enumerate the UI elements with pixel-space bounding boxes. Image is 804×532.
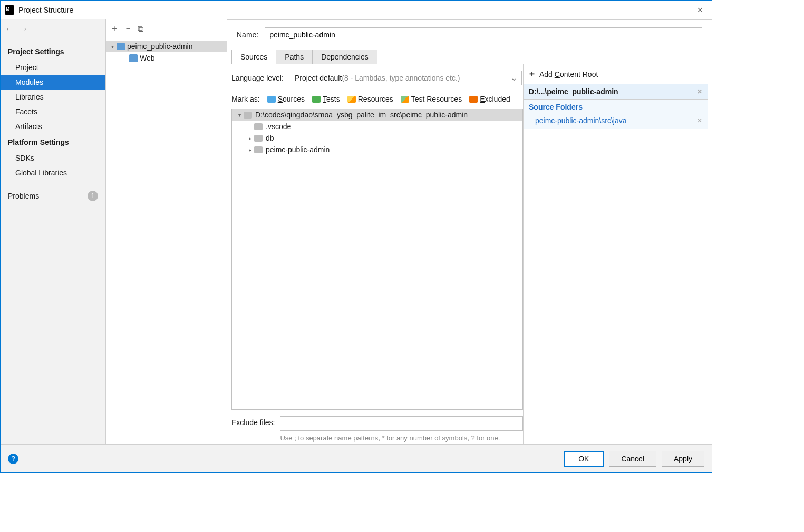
exclude-files-label: Exclude files: [231, 416, 275, 427]
window-title: Project Structure [18, 6, 693, 14]
plus-icon: ＋ [528, 68, 536, 80]
module-tree-panel: ＋ － ⧉ ▾ peimc_public-admin ▾ Web [106, 19, 227, 444]
sources-icon [267, 96, 276, 103]
copy-module-icon[interactable]: ⧉ [138, 24, 143, 34]
excluded-icon [469, 96, 478, 103]
folder-db[interactable]: ▸ db [232, 132, 522, 144]
sidebar-item-libraries[interactable]: Libraries [1, 90, 105, 104]
remove-module-icon[interactable]: － [124, 23, 132, 34]
web-icon [129, 54, 138, 62]
sidebar-item-sdks[interactable]: SDKs [1, 151, 105, 165]
tab-paths[interactable]: Paths [276, 50, 313, 64]
sidebar-item-project[interactable]: Project [1, 60, 105, 75]
add-module-icon[interactable]: ＋ [110, 23, 119, 34]
folder-peimc-public-admin[interactable]: ▸ peimc-public-admin [232, 144, 522, 155]
mark-tests-button[interactable]: Tests [312, 95, 340, 103]
test-resources-icon [401, 96, 409, 103]
problems-label: Problems [8, 192, 88, 200]
source-folders-header: Source Folders [524, 100, 708, 114]
apply-button[interactable]: Apply [662, 451, 704, 467]
add-content-root-button[interactable]: ＋ Add Content Root [524, 64, 708, 84]
sidebar-item-artifacts[interactable]: Artifacts [1, 119, 105, 134]
module-icon [117, 43, 125, 50]
folder-icon [244, 112, 252, 119]
resources-icon [347, 96, 356, 103]
nav-forward-icon[interactable]: → [18, 24, 28, 35]
sidebar-item-facets[interactable]: Facets [1, 104, 105, 119]
chevron-right-icon[interactable]: ▸ [246, 147, 254, 153]
remove-content-root-icon[interactable]: ✕ [697, 88, 702, 95]
exclude-files-hint: Use ; to separate name patterns, * for a… [280, 431, 523, 442]
help-icon[interactable]: ? [8, 454, 18, 464]
module-name: peimc_public-admin [127, 42, 193, 51]
tab-dependencies[interactable]: Dependencies [312, 50, 377, 64]
folder-icon [254, 146, 263, 153]
language-level-select[interactable]: Project default (8 - Lambdas, type annot… [290, 71, 522, 85]
sidebar-item-modules[interactable]: Modules [1, 75, 105, 90]
exclude-files-input[interactable] [280, 416, 523, 431]
nav-back-icon[interactable]: ← [5, 24, 14, 35]
close-icon[interactable]: ✕ [693, 4, 708, 16]
module-root[interactable]: ▾ peimc_public-admin [106, 41, 227, 52]
section-project-settings: Project Settings [1, 43, 105, 60]
sidebar-item-global-libraries[interactable]: Global Libraries [1, 165, 105, 180]
mark-test-resources-button[interactable]: Test Resources [401, 95, 462, 103]
chevron-down-icon[interactable]: ▾ [235, 112, 244, 118]
content-root-item[interactable]: D:\...\peimc_public-admin ✕ [524, 84, 708, 100]
folder-icon [254, 123, 263, 130]
tests-icon [312, 96, 321, 103]
remove-source-folder-icon[interactable]: ✕ [697, 117, 702, 124]
chevron-right-icon[interactable]: ▸ [246, 135, 254, 141]
chevron-down-icon[interactable]: ▾ [108, 44, 117, 50]
section-platform-settings: Platform Settings [1, 134, 105, 151]
tab-sources[interactable]: Sources [231, 50, 276, 64]
cancel-button[interactable]: Cancel [609, 451, 656, 467]
source-folder-item[interactable]: peimc-public-admin\src\java ✕ [524, 114, 708, 129]
module-facet-web[interactable]: ▾ Web [106, 52, 227, 64]
folder-root[interactable]: ▾ D:\codes\qingdao\smoa_ysbg_palite_im_s… [232, 109, 522, 121]
mark-sources-button[interactable]: Sources [267, 95, 305, 103]
source-folder-tree[interactable]: ▾ D:\codes\qingdao\smoa_ysbg_palite_im_s… [231, 109, 523, 410]
app-icon [5, 5, 14, 15]
folder-vscode[interactable]: ▸ .vscode [232, 121, 522, 132]
sidebar: ← → Project Settings Project Modules Lib… [1, 19, 106, 444]
facet-name: Web [140, 54, 155, 62]
ok-button[interactable]: OK [564, 451, 604, 467]
chevron-down-icon: ⌄ [511, 74, 517, 82]
sidebar-item-problems[interactable]: Problems 1 [1, 186, 105, 205]
language-level-label: Language level: [231, 74, 284, 82]
mark-excluded-button[interactable]: Excluded [469, 95, 510, 103]
problems-count-badge: 1 [88, 191, 98, 201]
name-input[interactable] [265, 27, 702, 42]
mark-as-label: Mark as: [231, 95, 260, 103]
folder-icon [254, 135, 263, 142]
detail-panel: Name: Sources Paths Dependencies Languag… [227, 19, 712, 444]
mark-resources-button[interactable]: Resources [347, 95, 393, 103]
name-label: Name: [237, 31, 258, 39]
